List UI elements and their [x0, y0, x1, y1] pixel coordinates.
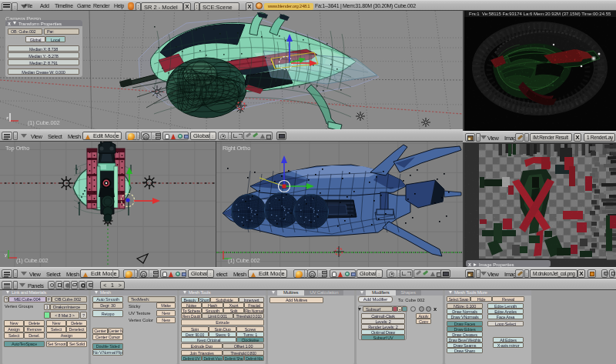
svg-text:y: y	[5, 252, 7, 257]
svg-text:z: z	[6, 115, 8, 120]
